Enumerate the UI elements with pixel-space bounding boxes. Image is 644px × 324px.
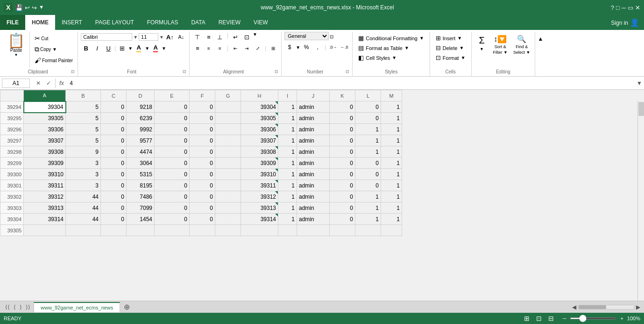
sheet-tab-main[interactable]: www_92game_net_ecms_news: [34, 302, 120, 312]
table-cell[interactable]: 1: [278, 214, 297, 225]
autosum-button[interactable]: Σ ▼: [474, 34, 489, 52]
table-cell[interactable]: 6239: [127, 113, 155, 124]
column-header-F[interactable]: F: [190, 90, 215, 101]
table-cell[interactable]: [215, 180, 241, 191]
align-middle-button[interactable]: ≡: [204, 32, 214, 42]
table-cell[interactable]: 0: [190, 135, 215, 146]
table-cell[interactable]: 0: [190, 180, 215, 191]
bold-button[interactable]: B: [81, 43, 91, 53]
table-cell[interactable]: 0: [355, 158, 381, 169]
zoom-slider[interactable]: [570, 317, 616, 319]
table-cell[interactable]: 0: [330, 113, 355, 124]
table-cell[interactable]: 0: [330, 158, 355, 169]
table-cell[interactable]: 39313: [24, 202, 66, 214]
font-color-dropdown[interactable]: ▼: [162, 46, 166, 51]
table-cell[interactable]: 0: [101, 113, 127, 124]
collapse-ribbon-button[interactable]: ▲: [535, 34, 545, 44]
table-cell[interactable]: 3: [66, 180, 101, 191]
column-header-L[interactable]: L: [355, 90, 381, 101]
table-cell[interactable]: 1: [381, 101, 402, 113]
table-cell[interactable]: [66, 225, 101, 236]
vertical-scrollbar[interactable]: [637, 101, 644, 301]
table-cell[interactable]: 0: [330, 135, 355, 146]
table-cell[interactable]: 39309: [24, 158, 66, 169]
table-cell[interactable]: 39311: [241, 180, 278, 191]
ribbon-display-btn[interactable]: □: [616, 4, 620, 11]
table-cell[interactable]: 0: [330, 180, 355, 191]
table-cell[interactable]: [215, 202, 241, 214]
table-cell[interactable]: 0: [190, 158, 215, 169]
table-cell[interactable]: 3: [66, 158, 101, 169]
column-header-J[interactable]: J: [297, 90, 330, 101]
table-cell[interactable]: [330, 225, 355, 236]
table-cell[interactable]: 39308: [241, 146, 278, 158]
table-cell[interactable]: 0: [190, 202, 215, 214]
decrease-decimal-button[interactable]: ←.0: [339, 42, 349, 52]
table-cell[interactable]: 39310: [24, 169, 66, 180]
wrap-text-button[interactable]: ↵: [230, 32, 241, 42]
table-cell[interactable]: 0: [155, 124, 190, 135]
font-name-dropdown[interactable]: ▼: [133, 35, 138, 40]
table-cell[interactable]: 0: [101, 146, 127, 158]
table-cell[interactable]: 1: [355, 191, 381, 202]
table-cell[interactable]: admin: [297, 191, 330, 202]
column-header-C[interactable]: C: [101, 90, 127, 101]
table-cell[interactable]: 1454: [127, 214, 155, 225]
tab-file[interactable]: FILE: [0, 15, 25, 30]
cut-button[interactable]: ✂ Cut: [33, 34, 75, 43]
format-as-table-button[interactable]: ▤ Format as Table ▼: [355, 43, 412, 52]
table-cell[interactable]: [381, 225, 402, 236]
normal-view-btn[interactable]: ⊞: [523, 315, 531, 322]
table-cell[interactable]: [215, 135, 241, 146]
table-cell[interactable]: 1: [381, 124, 402, 135]
table-cell[interactable]: 0: [101, 101, 127, 113]
table-cell[interactable]: 7099: [127, 202, 155, 214]
number-format-select[interactable]: General: [284, 32, 329, 40]
table-cell[interactable]: 5315: [127, 169, 155, 180]
table-cell[interactable]: 1: [381, 146, 402, 158]
table-cell[interactable]: [215, 146, 241, 158]
formula-expand-btn[interactable]: ▼: [637, 80, 642, 86]
table-cell[interactable]: [215, 158, 241, 169]
table-cell[interactable]: 4474: [127, 146, 155, 158]
table-cell[interactable]: [215, 225, 241, 236]
table-cell[interactable]: 39309: [241, 158, 278, 169]
sheet-first-btn[interactable]: ⟨⟨: [4, 304, 11, 310]
table-cell[interactable]: [215, 124, 241, 135]
format-painter-button[interactable]: 🖌 Format Painter: [33, 56, 75, 65]
cell-reference-input[interactable]: [2, 79, 30, 88]
redo-quick-btn[interactable]: ↪: [32, 4, 37, 11]
table-cell[interactable]: [215, 169, 241, 180]
number-format-more[interactable]: ⊡: [330, 34, 333, 39]
fill-color-button[interactable]: A: [134, 43, 144, 53]
tab-view[interactable]: VIEW: [247, 15, 275, 30]
table-cell[interactable]: 5: [66, 124, 101, 135]
table-cell[interactable]: 1: [381, 202, 402, 214]
table-cell[interactable]: 0: [155, 214, 190, 225]
delete-button[interactable]: ⊟ Delete ▼: [433, 43, 467, 52]
table-cell[interactable]: 44: [66, 214, 101, 225]
table-cell[interactable]: 0: [330, 124, 355, 135]
table-cell[interactable]: 1: [355, 214, 381, 225]
table-cell[interactable]: 0: [155, 146, 190, 158]
fill-color-dropdown[interactable]: ▼: [145, 46, 149, 51]
table-cell[interactable]: 39314: [241, 214, 278, 225]
table-cell[interactable]: [215, 214, 241, 225]
table-cell[interactable]: admin: [297, 214, 330, 225]
table-cell[interactable]: 0: [101, 202, 127, 214]
underline-button[interactable]: U: [103, 43, 113, 53]
page-break-view-btn[interactable]: ⊟: [547, 315, 555, 322]
tab-home[interactable]: HOME: [25, 15, 55, 30]
currency-button[interactable]: $: [284, 42, 295, 52]
table-cell[interactable]: 0: [155, 191, 190, 202]
table-cell[interactable]: admin: [297, 146, 330, 158]
table-cell[interactable]: 0: [101, 180, 127, 191]
table-cell[interactable]: 0: [190, 191, 215, 202]
table-cell[interactable]: 0: [330, 202, 355, 214]
table-cell[interactable]: 0: [190, 124, 215, 135]
table-cell[interactable]: 39304: [24, 101, 66, 113]
table-cell[interactable]: 0: [330, 101, 355, 113]
table-cell[interactable]: admin: [297, 135, 330, 146]
table-cell[interactable]: 0: [101, 124, 127, 135]
decrease-font-btn[interactable]: A↓: [176, 32, 186, 42]
